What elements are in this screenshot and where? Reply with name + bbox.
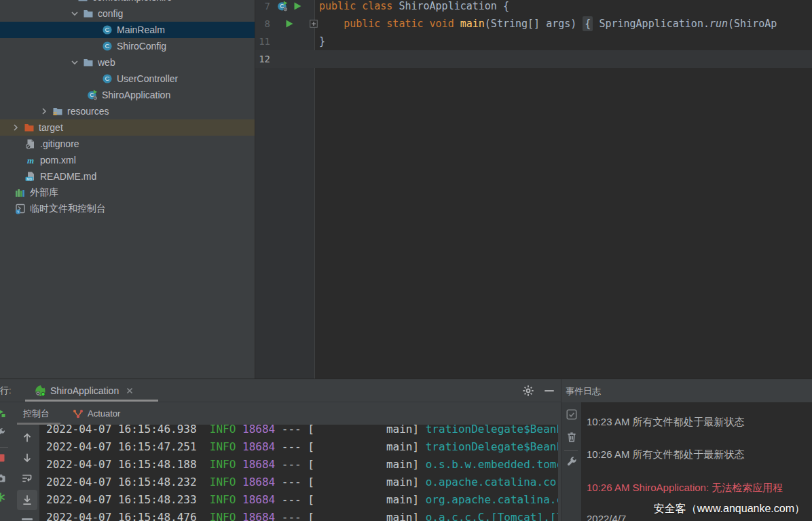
event-log-toolbar [561, 402, 581, 521]
tree-item-resources[interactable]: resources [0, 103, 255, 119]
gitignore-icon [25, 138, 36, 149]
excluded-folder-icon [22, 122, 36, 133]
mark-read-icon[interactable] [566, 408, 578, 421]
tab-actuator[interactable]: Actuator [73, 408, 120, 419]
excluded-folder-icon [24, 122, 35, 133]
tree-item-web[interactable]: web [0, 54, 255, 71]
spring-boot-run-icon [34, 385, 46, 397]
tree-item-label: config [98, 8, 123, 19]
tree-item-com.example.shiro[interactable]: com.example.shiro [0, 0, 255, 5]
chevron-slot [10, 171, 24, 182]
class-icon: C [100, 41, 114, 52]
class-icon: C [102, 73, 113, 84]
svg-text:C: C [105, 42, 110, 50]
dump-threads-icon[interactable] [0, 473, 6, 484]
tree-item-shiroapplication[interactable]: CShiroApplication [0, 87, 255, 103]
console-log-line: 2022-04-07 16:15:48.476 INFO 18684 --- [… [46, 509, 558, 521]
tab-label: 控制台 [23, 408, 50, 420]
external-libraries-icon [15, 187, 26, 198]
console-output[interactable]: 2022-04-07 16:15:46.938 INFO 18684 --- [… [39, 425, 558, 521]
event-log-message: 2022/4/7 [587, 513, 626, 521]
tree-item-label: com.example.shiro [92, 0, 172, 3]
clear-all-icon[interactable] [566, 431, 578, 443]
rerun-icon[interactable] [0, 407, 6, 418]
console-log-line: 2022-04-07 16:15:46.938 INFO 18684 --- [… [46, 425, 558, 438]
tree-item-label: pom.xml [40, 155, 76, 166]
svg-text:m: m [27, 155, 34, 166]
console-toolbar [15, 425, 39, 521]
settings-wrench-icon[interactable] [566, 456, 578, 468]
folder-icon [81, 8, 95, 19]
tree-item-scratches-and-consoles[interactable]: 临时文件和控制台 [0, 201, 255, 217]
hide-panel-icon[interactable] [543, 385, 555, 397]
tree-item-label: MainRealm [117, 24, 165, 35]
tree-item-target[interactable]: target [0, 119, 255, 136]
update-application-icon[interactable] [0, 492, 6, 503]
stop-icon[interactable] [0, 452, 6, 463]
actuator-icon [73, 408, 84, 419]
tree-item-label: .gitignore [40, 138, 79, 149]
code-line-11: } [255, 33, 812, 50]
chevron-slot [10, 138, 24, 149]
code-line-12 [255, 50, 812, 68]
chevron-right-icon [39, 106, 50, 117]
tree-item-label: 临时文件和控制台 [30, 203, 106, 215]
chevron-right-icon [10, 122, 21, 133]
run-tab-underline [25, 400, 158, 402]
collapse-chevron[interactable] [68, 8, 81, 19]
collapse-chevron[interactable] [68, 57, 81, 68]
tree-item-gitignore[interactable]: .gitignore [0, 136, 255, 152]
maven-icon: m [25, 155, 36, 166]
scroll-to-end-icon[interactable] [21, 494, 33, 506]
tree-item-config[interactable]: config [0, 5, 255, 22]
partial-icon [22, 518, 33, 520]
tree-item-label: target [39, 122, 63, 133]
tree-item-label: resources [67, 106, 109, 117]
tree-item-label: 外部库 [30, 187, 58, 199]
close-icon[interactable] [126, 387, 134, 395]
scroll-up-icon[interactable] [21, 431, 33, 444]
run-tool-window: 运行: ShiroApplication 控制台Actuator 2022-04… [0, 379, 812, 521]
folder-icon [81, 57, 95, 68]
scroll-down-icon[interactable] [21, 452, 33, 464]
soft-wrap-icon[interactable] [21, 472, 33, 484]
run-config-tab[interactable]: ShiroApplication [34, 382, 134, 400]
console-log-line: 2022-04-07 16:15:47.251 INFO 18684 --- [… [46, 438, 558, 456]
tab-console[interactable]: 控制台 [23, 408, 50, 420]
code-line-8: public static void main(String[] args) {… [255, 15, 812, 33]
svg-text:C: C [105, 26, 110, 33]
chevron-down-icon [69, 57, 80, 68]
chevron-slot [87, 73, 100, 84]
tree-item-readme-md[interactable]: MDREADME.md [0, 168, 255, 185]
resources-folder-icon [51, 106, 64, 117]
run-header: 运行: ShiroApplication [0, 379, 561, 402]
build-icon[interactable] [0, 427, 6, 438]
class-icon: C [100, 73, 114, 84]
expand-chevron[interactable] [37, 106, 51, 117]
expand-chevron[interactable] [9, 122, 22, 133]
watermark: 安全客（www.anquanke.com） [654, 502, 805, 516]
settings-gear-icon[interactable] [522, 385, 534, 397]
chevron-slot [72, 90, 86, 100]
resources-folder-icon [52, 106, 63, 117]
chevron-slot [62, 0, 76, 3]
editor-panel[interactable]: 781112 C public class ShiroApplication {… [255, 0, 812, 379]
class-icon: C [102, 24, 113, 35]
markdown-icon: MD [25, 171, 36, 182]
main-class-icon: C [86, 90, 99, 100]
event-log-message: 10:23 AM 所有文件都处于最新状态 [587, 416, 745, 429]
ide-window: com.example.shiroconfigCMainRealmCShiroC… [0, 0, 812, 521]
tree-item-label: ShiroConfig [117, 41, 166, 52]
package-icon [77, 0, 88, 3]
console-tab-strip: 控制台Actuator [15, 402, 561, 425]
event-log-message: 10:26 AM 所有文件都处于最新状态 [587, 448, 745, 461]
main-class-icon: C [87, 90, 98, 100]
external-libraries-icon [14, 187, 27, 198]
tree-item-label: UserController [117, 73, 178, 84]
tree-item-external-libraries[interactable]: 外部库 [0, 185, 255, 201]
chevron-slot [87, 41, 100, 52]
tree-item-mainrealm[interactable]: CMainRealm [0, 22, 255, 38]
tree-item-usercontroller[interactable]: CUserController [0, 71, 255, 87]
tree-item-shiroconfig[interactable]: CShiroConfig [0, 38, 255, 54]
tree-item-pom-xml[interactable]: mpom.xml [0, 152, 255, 168]
